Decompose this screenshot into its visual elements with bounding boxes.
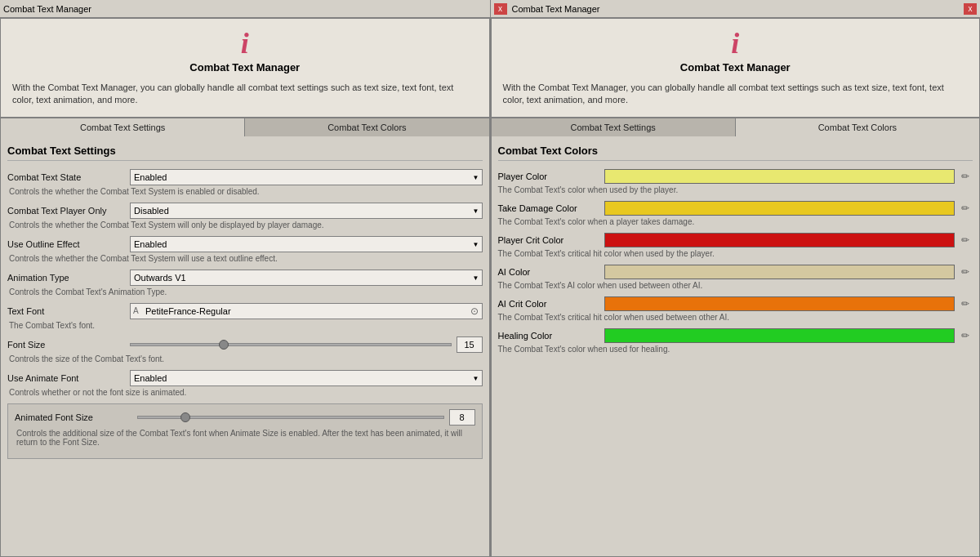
color-row-1: Take Damage Color✏The Combat Text's colo… bbox=[498, 201, 973, 226]
setting-row-animation: Animation Type Outwards V1 Outwards V2 I… bbox=[7, 270, 483, 286]
color-bar-wrapper-0: ✏ bbox=[604, 169, 973, 184]
dropdown-animation[interactable]: Outwards V1 Outwards V2 Inwards V1 bbox=[130, 270, 483, 286]
font-input[interactable] bbox=[130, 303, 483, 319]
right-panel-header: i Combat Text Manager With the Combat Te… bbox=[492, 19, 980, 118]
color-description-0: The Combat Text's color when used by the… bbox=[498, 185, 973, 194]
setting-row-outline: Use Outline Effect Enabled Disabled bbox=[7, 236, 483, 252]
color-entry-5: Healing Color✏ bbox=[498, 328, 973, 343]
right-section-title: Combat Text Colors bbox=[498, 145, 973, 161]
setting-control-outline[interactable]: Enabled Disabled bbox=[130, 236, 483, 252]
dropdown-animate-font[interactable]: Enabled Disabled bbox=[130, 370, 483, 386]
color-entry-2: Player Crit Color✏ bbox=[498, 233, 973, 247]
font-input-wrapper: A ⊙ bbox=[130, 303, 483, 319]
animated-font-box: Animated Font Size Controls the addition… bbox=[7, 403, 483, 459]
left-panel-header: i Combat Text Manager With the Combat Te… bbox=[1, 19, 489, 118]
setting-label-fontsize: Font Size bbox=[7, 340, 130, 350]
color-description-2: The Combat Text's critical hit color whe… bbox=[498, 249, 973, 258]
setting-row-font: Text Font A ⊙ bbox=[7, 303, 483, 319]
color-edit-button-5[interactable]: ✏ bbox=[958, 328, 973, 343]
color-label-0: Player Color bbox=[498, 172, 604, 181]
window2-titlebar: x Combat Text Manager x bbox=[490, 0, 981, 18]
right-panel-title: Combat Text Manager bbox=[680, 61, 791, 74]
right-tab-settings[interactable]: Combat Text Settings bbox=[492, 118, 736, 136]
left-section-title: Combat Text Settings bbox=[7, 145, 483, 161]
setting-control-animation[interactable]: Outwards V1 Outwards V2 Inwards V1 bbox=[130, 270, 483, 286]
color-description-4: The Combat Text's critical hit color whe… bbox=[498, 313, 973, 322]
color-edit-button-1[interactable]: ✏ bbox=[958, 201, 973, 216]
color-rows-container: Player Color✏The Combat Text's color whe… bbox=[498, 169, 973, 354]
window2-close-button[interactable]: x bbox=[494, 3, 507, 15]
setting-row-animated-size: Animated Font Size bbox=[15, 409, 475, 426]
setting-label-animate-font: Use Animate Font bbox=[7, 373, 130, 383]
color-description-1: The Combat Text's color when a player ta… bbox=[498, 217, 973, 226]
setting-control-state[interactable]: Enabled Disabled bbox=[130, 169, 483, 185]
right-content-area: Combat Text Colors Player Color✏The Comb… bbox=[492, 136, 980, 556]
right-panel: i Combat Text Manager With the Combat Te… bbox=[491, 18, 981, 557]
left-content-area: Combat Text Settings Combat Text State E… bbox=[1, 136, 489, 556]
color-edit-button-3[interactable]: ✏ bbox=[958, 265, 973, 279]
color-row-3: AI Color✏The Combat Text's AI color when… bbox=[498, 265, 973, 290]
left-panel-title: Combat Text Manager bbox=[189, 61, 300, 74]
dropdown-state[interactable]: Enabled Disabled bbox=[130, 169, 483, 185]
dropdown-outline[interactable]: Enabled Disabled bbox=[130, 236, 483, 252]
setting-row-player-only: Combat Text Player Only Enabled Disabled bbox=[7, 203, 483, 219]
left-info-icon: i bbox=[241, 29, 249, 58]
window1-title: Combat Text Manager bbox=[3, 4, 487, 14]
color-row-4: AI Crit Color✏The Combat Text's critical… bbox=[498, 296, 973, 322]
desc-font: The Combat Text's font. bbox=[7, 321, 483, 330]
color-bar-4 bbox=[604, 296, 956, 311]
left-tab-colors[interactable]: Combat Text Colors bbox=[245, 118, 488, 136]
fontsize-value[interactable] bbox=[457, 336, 483, 353]
color-bar-5 bbox=[604, 328, 956, 343]
color-row-0: Player Color✏The Combat Text's color whe… bbox=[498, 169, 973, 194]
color-bar-wrapper-5: ✏ bbox=[604, 328, 973, 343]
color-label-4: AI Crit Color bbox=[498, 299, 604, 309]
font-reset-button[interactable]: ⊙ bbox=[468, 305, 481, 318]
fontsize-slider-row bbox=[130, 336, 483, 353]
window2-close-button-right[interactable]: x bbox=[964, 3, 977, 15]
color-edit-button-4[interactable]: ✏ bbox=[958, 296, 973, 311]
window1-titlebar: Combat Text Manager bbox=[0, 0, 490, 18]
color-edit-button-0[interactable]: ✏ bbox=[958, 169, 973, 184]
fontsize-slider[interactable] bbox=[130, 343, 452, 346]
color-entry-0: Player Color✏ bbox=[498, 169, 973, 184]
setting-label-state: Combat Text State bbox=[7, 172, 130, 182]
animatedsize-value[interactable] bbox=[449, 409, 475, 426]
font-icon: A bbox=[133, 306, 139, 315]
setting-control-player-only[interactable]: Enabled Disabled bbox=[130, 203, 483, 219]
color-entry-1: Take Damage Color✏ bbox=[498, 201, 973, 216]
desc-player-only: Controls the whether the Combat Text Sys… bbox=[7, 221, 483, 229]
left-tab-settings[interactable]: Combat Text Settings bbox=[1, 118, 245, 136]
color-bar-wrapper-3: ✏ bbox=[604, 265, 973, 279]
color-row-2: Player Crit Color✏The Combat Text's crit… bbox=[498, 233, 973, 258]
setting-label-outline: Use Outline Effect bbox=[7, 239, 130, 249]
color-label-5: Healing Color bbox=[498, 331, 604, 341]
window2-title: Combat Text Manager bbox=[512, 4, 964, 14]
setting-row-fontsize: Font Size bbox=[7, 336, 483, 353]
desc-animation: Controls the Combat Text's Animation Typ… bbox=[7, 287, 483, 296]
color-bar-1 bbox=[604, 201, 956, 216]
setting-row-state: Combat Text State Enabled Disabled bbox=[7, 169, 483, 185]
setting-label-animation: Animation Type bbox=[7, 273, 130, 283]
dropdown-player-only[interactable]: Enabled Disabled bbox=[130, 203, 483, 219]
desc-state: Controls the whether the Combat Text Sys… bbox=[7, 187, 483, 196]
right-info-icon: i bbox=[731, 29, 739, 58]
color-description-5: The Combat Text's color when used for he… bbox=[498, 345, 973, 354]
animatedsize-slider[interactable] bbox=[137, 416, 444, 419]
color-edit-button-2[interactable]: ✏ bbox=[958, 233, 973, 247]
desc-fontsize: Controls the size of the Combat Text's f… bbox=[7, 354, 483, 363]
desc-animated-size: Controls the additional size of the Comb… bbox=[15, 429, 475, 447]
color-row-5: Healing Color✏The Combat Text's color wh… bbox=[498, 328, 973, 354]
color-label-1: Take Damage Color bbox=[498, 203, 604, 213]
color-bar-wrapper-2: ✏ bbox=[604, 233, 973, 247]
color-label-3: AI Color bbox=[498, 267, 604, 277]
desc-outline: Controls the whether the Combat Text Sys… bbox=[7, 254, 483, 263]
setting-label-animated-size: Animated Font Size bbox=[15, 412, 137, 422]
color-entry-3: AI Color✏ bbox=[498, 265, 973, 279]
right-tab-colors[interactable]: Combat Text Colors bbox=[736, 118, 979, 136]
color-label-2: Player Crit Color bbox=[498, 235, 604, 245]
left-tab-bar: Combat Text Settings Combat Text Colors bbox=[1, 118, 489, 136]
color-bar-0 bbox=[604, 169, 956, 184]
animatedsize-slider-row bbox=[137, 409, 475, 426]
setting-control-animate-font[interactable]: Enabled Disabled bbox=[130, 370, 483, 386]
